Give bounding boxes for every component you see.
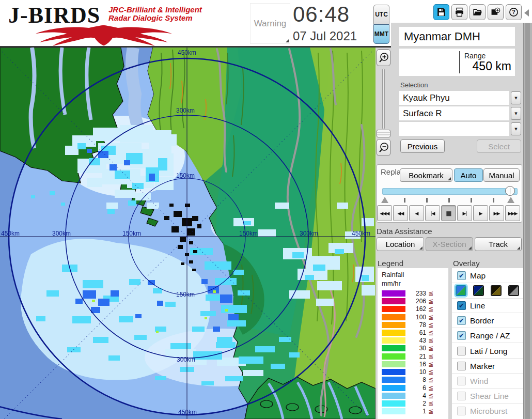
map-style-swatch-4[interactable]: [508, 285, 519, 296]
print-icon: [455, 7, 464, 17]
ring-label-east-450: 450km: [352, 230, 370, 237]
corner-grip-icon: [468, 246, 472, 250]
overlay-row-map-styles: [452, 284, 523, 299]
legend-row: 8≦: [378, 376, 448, 384]
zoom-in-button[interactable]: [377, 49, 390, 66]
open-file-button[interactable]: [470, 4, 486, 20]
replay-slider-thumb[interactable]: [505, 186, 515, 196]
ring-label-south-450: 450km: [178, 409, 197, 416]
overlay-row-map[interactable]: ✔ Map: [452, 269, 523, 283]
legend-value: 1: [408, 408, 426, 415]
ring-label-north-150: 150km: [176, 172, 195, 179]
playback-stop-button[interactable]: ■: [441, 205, 456, 221]
add-image-button[interactable]: [488, 4, 504, 20]
manual-button[interactable]: Manual: [483, 168, 520, 182]
legend-operator: ≦: [428, 392, 433, 399]
line-checkbox[interactable]: ✔: [457, 301, 466, 310]
border-checkbox[interactable]: ✔: [457, 316, 466, 325]
overlay-item-label: Border: [470, 316, 494, 325]
legend-operator: ≦: [428, 290, 433, 297]
track-button[interactable]: Track: [475, 237, 522, 251]
playback-step-backward-button[interactable]: |◀: [425, 205, 440, 221]
legend-row: 78≦: [378, 321, 448, 329]
slider-tick: [448, 198, 450, 203]
station-select-arrow[interactable]: [511, 91, 521, 104]
playback-play-backward-button[interactable]: ◀: [409, 205, 424, 221]
map-style-swatch-2[interactable]: [473, 285, 484, 296]
x-section-button[interactable]: X-Section: [426, 237, 473, 251]
playback-step-forward-button[interactable]: ▶|: [457, 205, 472, 221]
location-button[interactable]: Location: [377, 237, 424, 251]
zoom-slider-thumb[interactable]: [377, 130, 390, 137]
radar-map-view[interactable]: 450km 300km 150km 150km 300km 450km 450k…: [0, 48, 375, 419]
station-select-value[interactable]: Kyauk Phyu: [399, 91, 509, 105]
overlay-row-lati-long[interactable]: Lati / Long: [452, 345, 523, 359]
save-button[interactable]: [433, 4, 449, 20]
product-select-value[interactable]: Surface R: [399, 106, 509, 120]
select-button[interactable]: Select: [477, 139, 521, 153]
bookmark-button[interactable]: Bookmark: [400, 168, 452, 182]
slider-tick: [404, 198, 405, 203]
overlay-item-label: Wind: [470, 377, 488, 386]
help-button[interactable]: ?: [506, 4, 522, 20]
range-az-checkbox[interactable]: ✔: [457, 331, 466, 340]
playback-rewind-fast-button[interactable]: ◀◀: [393, 205, 408, 221]
overlay-row-microburst: Microburst: [452, 405, 523, 418]
legend-label: Legend: [378, 259, 403, 268]
overlay-row-line[interactable]: ✔ Line: [452, 299, 523, 313]
ring-label-east-300: 300km: [300, 230, 318, 237]
legend-color-swatch: [382, 393, 405, 399]
slider-range-start-marker[interactable]: [381, 197, 388, 203]
map-checkbox[interactable]: ✔: [457, 271, 466, 280]
overlay-row-marker[interactable]: Marker: [452, 360, 523, 374]
warning-button[interactable]: Warning: [250, 3, 290, 44]
panel-collapse-icon[interactable]: [524, 9, 529, 17]
legend-color-swatch: [382, 314, 405, 320]
zoom-out-button[interactable]: [377, 139, 390, 156]
option-select-value[interactable]: [399, 122, 509, 136]
slider-range-end-marker[interactable]: [507, 197, 514, 203]
option-select-arrow[interactable]: [511, 122, 521, 135]
legend-value: 21: [408, 353, 426, 360]
playback-play-forward-button[interactable]: ▶: [473, 205, 488, 221]
slider-tick: [493, 198, 494, 203]
legend-color-swatch: [382, 290, 405, 297]
overlay-row-range-az[interactable]: ✔ Range / AZ: [452, 329, 523, 343]
playback-forward-fast-button[interactable]: ▶▶: [489, 205, 504, 221]
legend-row: 4≦: [378, 392, 448, 400]
previous-button[interactable]: Previous: [400, 139, 445, 153]
ring-label-north-450: 450km: [178, 49, 196, 56]
overlay-item-label: Range / AZ: [470, 331, 510, 340]
track-label: Track: [489, 240, 508, 249]
corner-grip-icon: [517, 246, 520, 250]
slider-tick: [426, 198, 428, 203]
map-style-swatch-3[interactable]: [491, 285, 502, 296]
timezone-utc-button[interactable]: UTC: [373, 5, 389, 24]
legend-color-swatch: [382, 377, 405, 383]
playback-rewind-fastest-button[interactable]: ◀◀◀: [377, 205, 392, 221]
overlay-row-border[interactable]: ✔ Border: [452, 314, 523, 328]
print-button[interactable]: [451, 4, 467, 20]
map-style-swatch-1[interactable]: [456, 285, 466, 296]
product-select-arrow[interactable]: [511, 107, 521, 120]
overlay-item-label: Line: [470, 301, 485, 311]
legend-value: 16: [408, 361, 426, 368]
replay-slider-track[interactable]: [382, 188, 518, 195]
data-assistance-label: Data Assistance: [377, 227, 432, 236]
legend-color-swatch: [382, 353, 405, 360]
overlay-row-wind: Wind: [452, 375, 523, 389]
replay-group: Replay Bookmark Auto Manual ◀◀◀ ◀◀ ◀ |◀ …: [377, 164, 522, 223]
lati-long-checkbox[interactable]: [457, 347, 466, 355]
legend-operator: ≦: [428, 400, 433, 407]
legend-color-swatch: [382, 306, 405, 312]
zoom-slider-rail[interactable]: [382, 69, 385, 129]
auto-button[interactable]: Auto: [454, 168, 483, 182]
marker-checkbox[interactable]: [457, 362, 466, 370]
legend-operator: ≦: [428, 361, 433, 368]
timezone-mmt-button[interactable]: MMT: [373, 24, 389, 44]
playback-forward-fastest-button[interactable]: ▶▶▶: [505, 205, 520, 221]
legend-row: 162≦: [378, 305, 448, 313]
ring-label-south-150: 150km: [176, 291, 195, 298]
legend-operator: ≦: [428, 305, 433, 313]
legend-color-swatch: [382, 345, 405, 351]
